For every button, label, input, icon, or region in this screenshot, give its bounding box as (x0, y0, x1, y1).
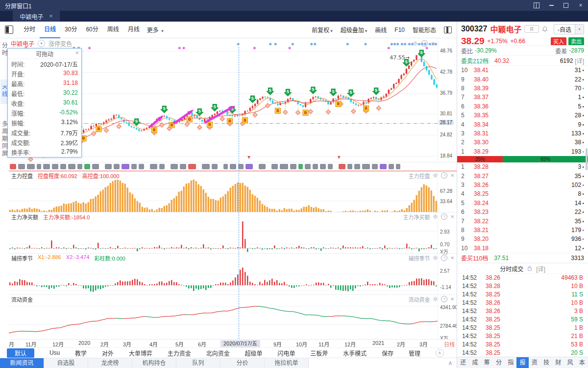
ask-row[interactable]: 638.365• (457, 102, 588, 111)
event-badge[interactable] (328, 164, 333, 169)
panel-chart[interactable] (9, 180, 438, 212)
event-badge[interactable] (188, 164, 196, 169)
strategy-tab-Usu[interactable]: Usu (49, 349, 60, 356)
period-tab-月线[interactable]: 月线 (123, 22, 144, 37)
event-badge[interactable] (298, 164, 303, 169)
panel-chart[interactable] (9, 262, 438, 295)
bid-row[interactable]: 838.21179• (457, 226, 588, 235)
toolbar-item-智能形态[interactable]: 智能形态 (413, 26, 436, 34)
mini-tab-财[interactable]: 财 (552, 357, 564, 368)
close-button[interactable]: × (573, 0, 588, 11)
ask-row[interactable]: 838.3970• (457, 84, 588, 93)
event-badge[interactable] (259, 164, 266, 169)
main-control-canvas[interactable] (9, 180, 438, 212)
event-badge[interactable] (150, 164, 157, 169)
bid-row[interactable]: 138.283• (457, 162, 588, 171)
event-badge[interactable] (27, 164, 35, 169)
event-badge[interactable] (347, 164, 352, 169)
event-badge[interactable] (37, 164, 41, 169)
event-badge[interactable] (223, 164, 228, 169)
event-badge[interactable] (92, 164, 99, 169)
bottom-tab-龙虎榜[interactable]: 龙虎榜 (88, 358, 132, 368)
event-badge[interactable] (389, 164, 394, 169)
mini-tab-技[interactable]: 技 (540, 357, 552, 368)
event-badge[interactable] (280, 164, 288, 169)
legend-dropdown-icon[interactable]: ▾ (38, 40, 45, 47)
mini-tab-风[interactable]: 风 (564, 357, 576, 368)
mini-tab-本[interactable]: 本 (576, 357, 588, 368)
ask-row[interactable]: 338.31133• (457, 129, 588, 138)
event-badge[interactable] (212, 164, 218, 169)
bid-row[interactable]: 438.258• (457, 189, 588, 198)
event-badge[interactable] (114, 164, 120, 169)
ask-row[interactable]: 938.4022• (457, 75, 588, 83)
period-tab-分时[interactable]: 分时 (19, 22, 40, 37)
toolbar-item-前复权[interactable]: 前复权▾ (312, 26, 333, 34)
expand-button[interactable]: ∧ (444, 358, 457, 368)
period-tab-30分[interactable]: 30分 (60, 22, 81, 37)
ask-row[interactable]: 538.3528• (457, 111, 588, 120)
buy-button[interactable]: 买入 (551, 37, 566, 46)
more-periods-button[interactable]: 更多 ▾ (144, 26, 167, 34)
event-badge[interactable] (380, 164, 387, 169)
layout-grid-icon[interactable] (529, 0, 544, 11)
bid-row[interactable]: 338.26102• (457, 181, 588, 189)
event-badge[interactable] (313, 164, 318, 169)
collapse-button[interactable]: ∧ (436, 349, 444, 357)
toolbar-item-超级叠加[interactable]: 超级叠加▾ (341, 26, 368, 34)
mini-tab-分[interactable]: 分 (493, 357, 505, 368)
event-badge[interactable] (105, 164, 112, 169)
strategy-tab-闪电单[interactable]: 闪电单 (277, 349, 295, 357)
strategy-tab-教学[interactable]: 教学 (75, 349, 87, 357)
event-badge[interactable] (77, 164, 82, 169)
strategy-tab-管理[interactable]: 管理 (409, 349, 420, 357)
floating-funds-canvas[interactable] (9, 303, 438, 340)
event-badge[interactable] (362, 164, 370, 169)
event-badge[interactable] (271, 164, 278, 169)
panel-close-icon[interactable]: × (431, 41, 435, 46)
ask-row[interactable]: 738.371• (457, 93, 588, 102)
event-badge[interactable] (396, 164, 400, 169)
kline-style-icon[interactable] (5, 26, 13, 34)
event-badge[interactable] (52, 164, 58, 169)
bottom-tab-队列[interactable]: 队列 (176, 358, 220, 368)
ask-row[interactable]: 1038.4131• (457, 66, 588, 75)
strategy-tab-超级单[interactable]: 超级单 (245, 349, 263, 357)
net-buy-canvas[interactable] (9, 221, 438, 254)
split-screen-icon[interactable] (444, 26, 452, 33)
event-badge[interactable] (354, 164, 360, 169)
toolbar-item-画线[interactable]: 画线 (375, 26, 387, 34)
event-badge[interactable] (159, 164, 165, 169)
infobox-titlebar[interactable]: 可拖动 × (8, 49, 81, 59)
period-tab-日线[interactable]: 日线 (40, 22, 60, 38)
lock-icon[interactable] (527, 265, 532, 271)
mini-tab-报[interactable]: 报 (516, 357, 528, 368)
bottom-tab-分价[interactable]: 分价 (220, 358, 265, 368)
bid-row[interactable]: 638.2322• (457, 208, 588, 216)
strategy-tab-北向资金[interactable]: 北向资金 (206, 349, 230, 357)
bid-row[interactable]: 238.2735• (457, 171, 588, 180)
event-badge[interactable] (60, 164, 66, 169)
ohlc-infobox[interactable]: 可拖动 × 时间:2020-07-17/五开盘:30.83最高:31.18最低:… (7, 48, 82, 158)
strategy-tab-三板斧[interactable]: 三板斧 (310, 349, 328, 357)
event-badge[interactable] (320, 164, 326, 169)
event-badge[interactable] (171, 164, 178, 169)
gear-icon[interactable] (413, 41, 418, 46)
event-badge[interactable] (372, 164, 378, 169)
event-badge[interactable] (18, 164, 25, 169)
event-badge[interactable] (305, 164, 311, 169)
mini-tab-成[interactable]: 成 (469, 357, 481, 368)
panel-chart[interactable] (9, 303, 438, 340)
tab-close-icon[interactable]: × (49, 13, 53, 20)
mini-tab-筹[interactable]: 筹 (481, 357, 493, 368)
bid-row[interactable]: 738.2235• (457, 216, 588, 225)
maximize-button[interactable] (559, 0, 573, 11)
sell-button[interactable]: 卖出 (568, 37, 584, 46)
fishing-season-canvas[interactable] (9, 262, 438, 295)
event-badge[interactable] (245, 164, 253, 169)
minimize-button[interactable] (544, 0, 559, 11)
mini-tab-还[interactable]: 还 (457, 357, 469, 368)
ask-row[interactable]: 238.3038• (457, 138, 588, 147)
ask-row[interactable]: 438.349• (457, 120, 588, 129)
bid-row[interactable]: 938.20936• (457, 235, 588, 243)
